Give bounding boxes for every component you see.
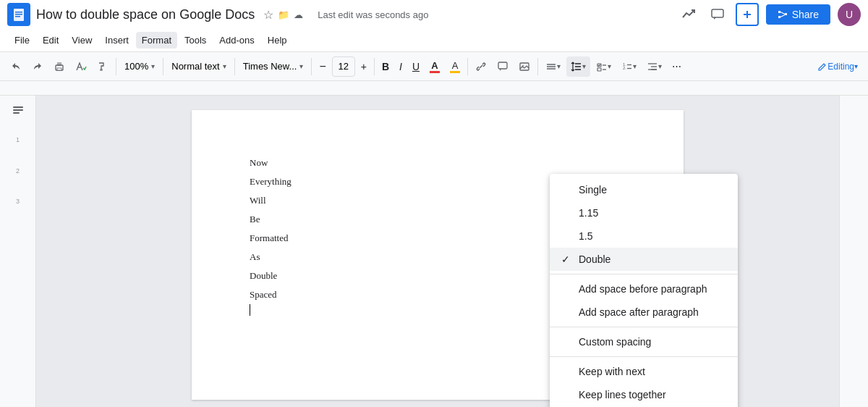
document-title: How to double space on Google Docs (36, 7, 255, 22)
paragraph-style-select[interactable]: Normal text ▾ (166, 56, 231, 77)
menu-edit[interactable]: Edit (37, 32, 64, 49)
comments-icon[interactable] (707, 4, 728, 25)
highlight-color-button[interactable]: A (446, 56, 464, 77)
title-icons: ☆ 📁 ☁ (263, 8, 303, 22)
svg-rect-9 (57, 62, 61, 66)
svg-rect-6 (778, 16, 780, 18)
analytics-icon[interactable] (678, 4, 699, 25)
avatar[interactable]: U (838, 3, 861, 26)
bold-button[interactable]: B (378, 56, 393, 77)
font-size-decrease[interactable]: − (315, 56, 330, 77)
main-area: 1 2 3 Now Everything Will Be Formatted A… (0, 96, 868, 407)
svg-rect-3 (15, 16, 20, 17)
share-label: Share (792, 9, 819, 20)
title-bar: How to double space on Google Docs ☆ 📁 ☁… (0, 0, 868, 29)
svg-rect-34 (13, 109, 23, 111)
line-spacing-dropdown: Single 1.15 1.5 ✓ Double Add space befor… (550, 174, 738, 407)
divider-6 (467, 58, 468, 75)
keep-lines-together[interactable]: Keep lines together (550, 383, 738, 406)
custom-spacing[interactable]: Custom spacing (550, 330, 738, 353)
more-options-button[interactable]: ⋯ (668, 56, 686, 77)
outline-icon[interactable] (11, 103, 25, 121)
dropdown-divider-1 (550, 274, 738, 274)
menu-tools[interactable]: Tools (179, 32, 212, 49)
spacing-single[interactable]: Single (550, 178, 738, 201)
italic-button[interactable]: I (395, 56, 407, 77)
zoom-select[interactable]: 100% ▾ (119, 56, 160, 77)
right-controls: Share U (678, 3, 861, 26)
dropdown-divider-2 (550, 327, 738, 327)
svg-rect-5 (778, 11, 780, 13)
undo-button[interactable] (6, 56, 26, 77)
print-button[interactable] (49, 56, 69, 77)
divider-3 (234, 58, 235, 75)
svg-rect-2 (15, 14, 22, 15)
app-icon (7, 3, 30, 26)
svg-rect-10 (57, 68, 61, 70)
indent-button[interactable]: ▾ (642, 56, 666, 77)
menu-help[interactable]: Help (262, 32, 293, 49)
right-panel (839, 96, 868, 407)
menu-file[interactable]: File (9, 32, 35, 49)
line-spacing-button[interactable]: ▾ (566, 56, 590, 77)
spacing-1-5[interactable]: 1.5 (550, 225, 738, 248)
divider-4 (311, 58, 312, 75)
divider-2 (163, 58, 163, 75)
menu-bar: File Edit View Insert Format Tools Add-o… (0, 29, 868, 52)
divider-5 (374, 58, 375, 75)
spacing-1-15[interactable]: 1.15 (550, 201, 738, 225)
menu-view[interactable]: View (66, 32, 98, 49)
divider-7 (537, 58, 538, 75)
keep-with-next[interactable]: Keep with next (550, 360, 738, 383)
svg-rect-11 (100, 69, 103, 71)
image-button[interactable] (514, 56, 535, 77)
ruler-scale (123, 81, 868, 95)
svg-rect-35 (13, 112, 20, 114)
redo-button[interactable] (27, 56, 48, 77)
spell-check-button[interactable] (71, 56, 91, 77)
page-number-1: 1 (16, 135, 20, 145)
add-space-before[interactable]: Add space before paragraph (550, 277, 738, 301)
svg-rect-12 (498, 62, 507, 69)
text-cursor (250, 304, 250, 316)
page-number-3: 3 (16, 197, 20, 206)
svg-rect-7 (785, 13, 787, 15)
editing-mode-button[interactable]: Editing ▾ (813, 56, 862, 77)
ruler (0, 81, 868, 96)
page-container: Now Everything Will Be Formatted As Doub… (36, 96, 839, 407)
page-number-2: 2 (16, 167, 20, 176)
comment-button[interactable] (493, 56, 513, 77)
underline-button[interactable]: U (408, 56, 424, 77)
add-icon[interactable] (736, 3, 759, 26)
checklist-button[interactable]: ▾ (592, 56, 616, 77)
numbered-list-button[interactable]: 1. 2. ▾ (617, 56, 641, 77)
share-button[interactable]: Share (766, 4, 830, 25)
star-icon[interactable]: ☆ (263, 8, 273, 22)
paint-format-button[interactable] (93, 56, 113, 77)
double-check: ✓ (561, 253, 573, 265)
dropdown-divider-3 (550, 356, 738, 357)
spacing-double[interactable]: ✓ Double (550, 248, 738, 271)
svg-rect-22 (597, 68, 601, 71)
divider-1 (116, 58, 116, 75)
font-size-value[interactable]: 12 (332, 56, 355, 77)
toolbar-right: Editing ▾ (813, 56, 862, 77)
menu-addons[interactable]: Add-ons (213, 32, 260, 49)
left-sidebar: 1 2 3 (0, 96, 36, 407)
font-family-select[interactable]: Times New... ▾ (238, 56, 309, 77)
menu-format[interactable]: Format (136, 32, 177, 49)
font-size-increase[interactable]: + (357, 56, 371, 77)
font-size-control: − 12 + (315, 56, 371, 77)
link-button[interactable] (471, 56, 491, 77)
svg-rect-1 (15, 12, 22, 13)
last-edit-text: Last edit was seconds ago (318, 9, 428, 20)
text-color-button[interactable]: A (425, 56, 444, 77)
cloud-icon[interactable]: ☁ (294, 9, 303, 20)
doc-line-1: Now (250, 154, 626, 172)
toolbar: 100% ▾ Normal text ▾ Times New... ▾ − 12… (0, 52, 868, 81)
svg-text:2.: 2. (623, 66, 626, 70)
folder-icon[interactable]: 📁 (278, 9, 289, 20)
menu-insert[interactable]: Insert (99, 32, 135, 49)
align-button[interactable]: ▾ (541, 56, 565, 77)
add-space-after[interactable]: Add space after paragraph (550, 301, 738, 324)
